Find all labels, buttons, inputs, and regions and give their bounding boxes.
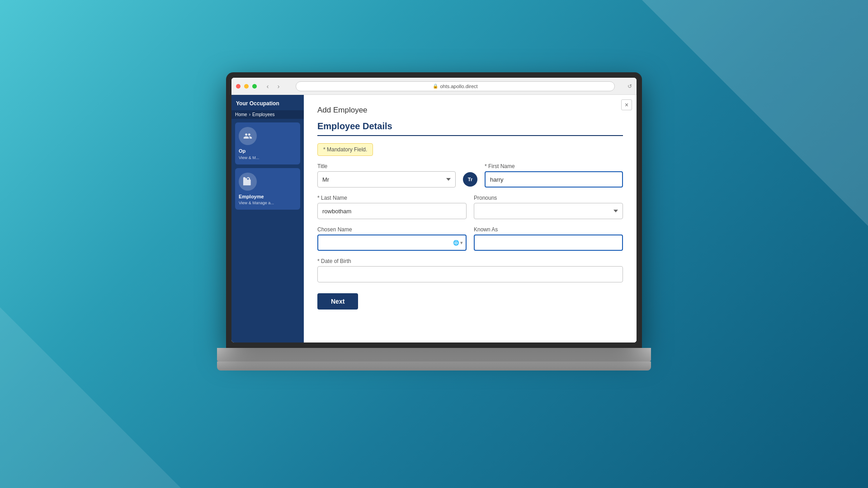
forward-arrow[interactable]: › [274,82,283,91]
dob-label: * Date of Birth [317,258,623,264]
flag-chevron: ▾ [460,240,463,246]
first-name-group: * First Name [485,163,623,188]
pronouns-label: Pronouns [474,195,623,201]
chosen-name-input-wrapper: 🌐 ▾ [317,235,467,251]
form-row-2: * Last Name Pronouns He/Him She/Her [317,195,623,219]
translate-icon: Tr [468,177,472,182]
sidebar-card-1-title: Op [239,148,297,154]
flag-dropdown[interactable]: 🌐 ▾ [453,240,463,246]
last-name-required: * [317,195,321,201]
reload-icon[interactable]: ↺ [627,83,632,89]
known-as-label: Known As [474,226,623,233]
sidebar-title: Your Occupation [231,95,304,110]
sidebar-card-1-sub: View & M... [239,155,297,160]
first-name-required: * [485,163,488,169]
translate-button[interactable]: Tr [463,172,477,187]
form-row-3: Chosen Name 🌐 ▾ Known [317,226,623,251]
mandatory-notice: * Mandatory Field. [317,143,373,156]
modal-page-title: Add Employee [317,106,623,115]
sidebar: Your Occupation Home › Employees Op [231,95,304,343]
laptop-foot [217,361,651,371]
known-as-group: Known As [474,226,623,251]
last-name-group: * Last Name [317,195,467,219]
breadcrumb-sep: › [249,112,250,117]
flag-icon: 🌐 [453,240,459,246]
close-button[interactable] [236,84,241,89]
known-as-input[interactable] [474,235,623,251]
dob-input[interactable] [317,266,623,282]
title-label: Title [317,163,456,169]
chosen-name-label: Chosen Name [317,226,467,233]
sidebar-card-2-title: Employme [239,193,297,200]
back-arrow[interactable]: ‹ [263,82,272,91]
last-name-input[interactable] [317,203,467,219]
modal-close-button[interactable]: × [621,99,632,110]
section-title: Employee Details [317,121,623,136]
dob-required: * [317,258,321,264]
form-row-1: Title Mr Mrs Ms Miss Dr Tr [317,163,623,188]
pronouns-select[interactable]: He/Him She/Her They/Them [474,203,623,219]
lock-icon: 🔒 [433,84,438,89]
url-bar[interactable]: 🔒 ohts.apollo.direct [296,81,615,91]
sidebar-card-2-icon [239,173,257,191]
browser-bar: ‹ › 🔒 ohts.apollo.direct ↺ [231,78,637,95]
sidebar-users-icon [239,127,257,145]
sidebar-card-2-sub: View & Manage a... [239,201,297,205]
laptop-base [217,348,651,361]
form-row-4: * Date of Birth [317,258,623,282]
url-text: ohts.apollo.direct [440,84,477,89]
add-employee-modal: × Add Employee Employee Details * Mandat… [304,95,637,343]
dob-group: * Date of Birth [317,258,623,282]
minimize-button[interactable] [244,84,249,89]
close-icon: × [625,101,628,108]
chosen-name-input[interactable] [317,235,467,251]
breadcrumb-home[interactable]: Home [235,112,247,117]
pronouns-group: Pronouns He/Him She/Her They/Them [474,195,623,219]
breadcrumb-current[interactable]: Employees [252,112,274,117]
first-name-input[interactable] [485,171,623,188]
first-name-label: * First Name [485,163,623,169]
chosen-name-group: Chosen Name 🌐 ▾ [317,226,467,251]
sidebar-card-1[interactable]: Op View & M... [235,122,300,164]
next-button[interactable]: Next [317,293,358,310]
main-content: × Add Employee Employee Details * Mandat… [304,95,637,343]
browser-nav: ‹ › [263,82,283,91]
app-container: Your Occupation Home › Employees Op [231,95,637,343]
title-select[interactable]: Mr Mrs Ms Miss Dr [317,171,456,188]
title-group: Title Mr Mrs Ms Miss Dr [317,163,456,188]
maximize-button[interactable] [252,84,257,89]
sidebar-card-2[interactable]: Employme View & Manage a... [235,168,300,210]
last-name-label: * Last Name [317,195,467,201]
sidebar-breadcrumb: Home › Employees [231,110,304,119]
